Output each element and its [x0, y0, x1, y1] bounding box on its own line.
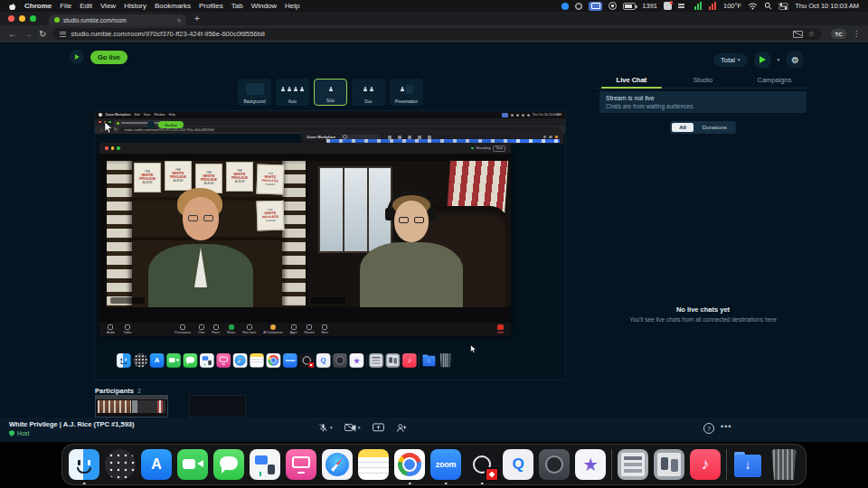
reload-button[interactable]: ↻	[39, 30, 46, 39]
new-tab-button[interactable]: +	[194, 14, 200, 23]
battery-icon[interactable]	[623, 3, 636, 10]
menu-app-name[interactable]: Chrome	[24, 2, 52, 10]
dock-star[interactable]: ★	[575, 449, 606, 480]
memory-meter-icon[interactable]	[709, 2, 717, 10]
menu-item-history[interactable]: History	[124, 2, 146, 10]
address-bar[interactable]: studio.rumble.com/room/970cf370-ff23-424…	[52, 28, 822, 40]
apple-logo-icon[interactable]	[9, 2, 16, 11]
more-options-button[interactable]: •••	[721, 422, 731, 431]
zoom-center-controls: ParticipantsChatReactShareHost toolsAI C…	[175, 324, 328, 334]
dock-preview1[interactable]	[618, 449, 648, 480]
participant-thumbnail-camera-off[interactable]	[189, 395, 246, 418]
menu-item-profiles[interactable]: Profiles	[199, 2, 223, 10]
dock-facetime[interactable]	[177, 449, 208, 480]
menu-item-help[interactable]: Help	[285, 2, 299, 10]
filter-donations[interactable]: Donations	[695, 123, 734, 132]
layout-label: Background	[243, 99, 265, 104]
participant-thumbnail-screenshare[interactable]	[95, 395, 168, 418]
chevron-down-icon[interactable]: ▾	[778, 57, 780, 62]
nested-status-icons: Thu Oct 10 10:03AM	[502, 113, 561, 117]
mic-dropdown-icon[interactable]: ▾	[330, 425, 333, 430]
layout-button-presentation[interactable]: Presentation	[390, 79, 423, 106]
zoom-header-icons	[543, 136, 559, 139]
screen-sharing-indicator-icon[interactable]	[589, 2, 602, 11]
dock-trash[interactable]	[769, 449, 799, 480]
dock-quicktime[interactable]: Q	[503, 449, 533, 480]
screenshare-preview[interactable]: Zoom Workplace EditViewWindowHelp Thu Oc…	[95, 111, 565, 380]
studio-header-actions: Total▾ ▾ ⚙	[713, 51, 804, 69]
layout-button-background[interactable]: Background	[238, 79, 271, 106]
browser-menu-icon[interactable]: ⋮	[853, 30, 860, 38]
browser-tab[interactable]: studio.rumble.com/room ×	[49, 14, 186, 25]
settings-gear-button[interactable]: ⚙	[786, 51, 804, 69]
share-screen-button[interactable]	[373, 423, 384, 433]
network-throughput-icon[interactable]	[678, 4, 688, 8]
layout-button-duo[interactable]: Duo	[352, 79, 385, 106]
minimize-window-button[interactable]	[19, 15, 25, 22]
zoom-toolbar-label: React	[212, 331, 220, 334]
zoom-window-button[interactable]	[30, 15, 36, 22]
control-center-icon[interactable]	[778, 3, 788, 10]
weather-temperature[interactable]: 100°F	[723, 2, 741, 10]
close-window-button[interactable]	[8, 15, 14, 22]
desktop-wallpaper: AzoomQ★♪↓	[0, 442, 868, 488]
media-blocked-icon[interactable]	[793, 31, 803, 38]
filter-all[interactable]: All	[672, 123, 693, 132]
menu-item-tab[interactable]: Tab	[231, 2, 243, 10]
apps-icon	[291, 324, 297, 330]
camera-dropdown-icon[interactable]: ▾	[358, 425, 361, 430]
rumble-play-button[interactable]	[754, 52, 771, 69]
menu-item-file[interactable]: File	[60, 2, 71, 10]
bookmark-star-icon[interactable]: ☆	[808, 31, 815, 38]
dock-glyph: zoom	[436, 460, 456, 469]
camera-muted-button[interactable]: ▾	[344, 423, 361, 432]
total-dropdown[interactable]: Total▾	[713, 53, 748, 67]
tab-live-chat[interactable]: Live Chat	[596, 72, 667, 88]
site-settings-icon[interactable]	[60, 32, 66, 37]
status-count[interactable]: 1391	[642, 2, 657, 10]
menu-item-bookmarks[interactable]: Bookmarks	[155, 2, 191, 10]
menu-bar-clock[interactable]: Thu Oct 10 10:03 AM	[795, 2, 859, 10]
cpu-meter-icon[interactable]	[694, 2, 703, 10]
tab-studio[interactable]: Studio	[667, 72, 739, 88]
menu-item-view[interactable]: View	[100, 2, 116, 10]
dock-music[interactable]: ♪	[690, 449, 721, 480]
forward-button[interactable]: →	[24, 30, 33, 39]
meeting-indicator-icon[interactable]	[561, 3, 569, 10]
dock-preview2[interactable]	[654, 449, 684, 480]
dock-messages[interactable]	[213, 449, 244, 480]
record-status-icon[interactable]	[609, 2, 617, 10]
dock-chrome[interactable]	[394, 449, 425, 480]
dock-display[interactable]	[286, 449, 316, 480]
microphone-muted-button[interactable]: ▾	[318, 422, 333, 433]
go-live-button[interactable]: Go live	[90, 51, 127, 64]
menu-item-window[interactable]: Window	[251, 2, 277, 10]
dock-downloads[interactable]: ↓	[732, 449, 763, 480]
notification-icon[interactable]	[664, 2, 672, 10]
tab-campaigns[interactable]: Campaigns	[739, 72, 810, 88]
zoom-meeting-window: Recording View THEWHITEPRIVILEGEALBUMTHE…	[99, 143, 511, 336]
dock-notes[interactable]	[358, 449, 389, 480]
dock-zoom[interactable]: zoom	[430, 449, 461, 480]
back-button[interactable]: ←	[8, 30, 17, 39]
profile-avatar[interactable]: TC	[831, 29, 846, 39]
dock-gears[interactable]	[539, 449, 570, 480]
layout-button-solo[interactable]: Solo	[314, 79, 347, 106]
dock-launchpad[interactable]	[105, 449, 136, 480]
dock-appstore[interactable]: A	[141, 449, 172, 480]
menu-item-edit[interactable]: Edit	[80, 2, 92, 10]
dock-screens[interactable]	[250, 449, 280, 480]
layout-button-auto[interactable]: Auto	[276, 79, 309, 106]
dock-safari[interactable]	[322, 449, 353, 480]
tab-close-icon[interactable]: ×	[177, 17, 181, 23]
stream-play-icon[interactable]	[70, 50, 84, 64]
dock-finder[interactable]	[69, 449, 99, 480]
nested-menu-items: EditViewWindowHelp	[135, 113, 175, 117]
globe-status-icon[interactable]	[575, 3, 582, 10]
dock-obs[interactable]	[467, 449, 497, 480]
invite-guest-button[interactable]	[396, 423, 407, 433]
wifi-icon[interactable]	[748, 3, 758, 10]
help-button[interactable]: ?	[703, 423, 714, 434]
audio-icon	[108, 324, 113, 330]
spotlight-search-icon[interactable]	[764, 2, 772, 10]
